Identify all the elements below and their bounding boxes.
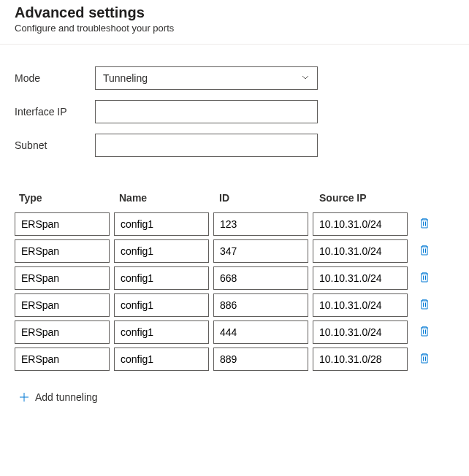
name-input[interactable] [114,239,209,263]
id-input[interactable] [213,293,308,317]
header-type: Type [19,192,119,204]
table-row [15,320,454,344]
page-title: Advanced settings [15,4,454,21]
header-id: ID [219,192,319,204]
type-input[interactable] [15,239,110,263]
source-ip-input[interactable] [313,239,408,263]
type-input[interactable] [15,212,110,236]
table-row [15,348,454,371]
trash-icon [419,272,430,285]
plus-icon [19,392,29,402]
add-tunneling-label: Add tunneling [35,391,98,403]
trash-icon [419,299,430,312]
type-input[interactable] [15,320,110,344]
delete-row-button[interactable] [415,266,434,290]
trash-icon [419,353,430,366]
subnet-label: Subnet [15,139,95,151]
mode-row: Mode Tunneling [15,66,454,90]
table-row [15,212,454,236]
delete-row-button[interactable] [415,348,434,371]
name-input[interactable] [114,266,209,290]
id-input[interactable] [213,348,308,371]
id-input[interactable] [213,212,308,236]
interface-label: Interface IP [15,106,95,118]
chevron-down-icon [301,72,310,84]
name-input[interactable] [114,320,209,344]
header-name: Name [119,192,219,204]
table-body [15,212,454,371]
mode-label: Mode [15,72,95,84]
name-input[interactable] [114,348,209,371]
subnet-input[interactable] [95,134,318,157]
table-row [15,239,454,263]
trash-icon [419,218,430,231]
subnet-row: Subnet [15,134,454,157]
table-section: Type Name ID Source IP Add tunneling [0,167,469,403]
trash-icon [419,326,430,339]
source-ip-input[interactable] [313,266,408,290]
type-input[interactable] [15,266,110,290]
source-ip-input[interactable] [313,293,408,317]
trash-icon [419,245,430,258]
source-ip-input[interactable] [313,348,408,371]
mode-selected-value: Tunneling [103,72,148,84]
table-header: Type Name ID Source IP [15,192,454,212]
page-header: Advanced settings Configure and troubles… [0,0,469,45]
delete-row-button[interactable] [415,239,434,263]
name-input[interactable] [114,212,209,236]
header-source: Source IP [319,192,419,204]
table-row [15,266,454,290]
interface-row: Interface IP [15,100,454,123]
id-input[interactable] [213,320,308,344]
form-section: Mode Tunneling Interface IP Subnet [0,45,469,157]
interface-ip-input[interactable] [95,100,318,123]
id-input[interactable] [213,266,308,290]
delete-row-button[interactable] [415,320,434,344]
source-ip-input[interactable] [313,320,408,344]
add-tunneling-button[interactable]: Add tunneling [15,391,454,403]
delete-row-button[interactable] [415,293,434,317]
type-input[interactable] [15,348,110,371]
page-subtitle: Configure and troubleshoot your ports [15,23,454,34]
source-ip-input[interactable] [313,212,408,236]
delete-row-button[interactable] [415,212,434,236]
mode-dropdown[interactable]: Tunneling [95,66,318,90]
id-input[interactable] [213,239,308,263]
table-row [15,293,454,317]
name-input[interactable] [114,293,209,317]
type-input[interactable] [15,293,110,317]
